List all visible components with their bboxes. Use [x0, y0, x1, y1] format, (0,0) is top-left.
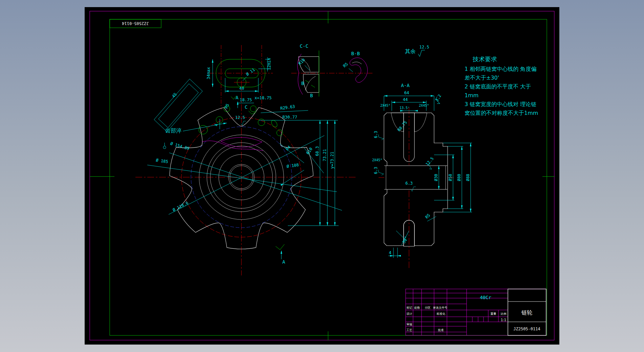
dim-d1286: Ø 128.6: [172, 201, 189, 212]
dim-34max: 34max: [206, 67, 211, 79]
roughness-prefix: 其余: [405, 48, 416, 55]
tech-line: 3 链窝宽度的中心线对 理论链: [465, 101, 536, 107]
label-chushu: 处数: [414, 306, 421, 309]
rough-63: 6.3: [373, 131, 378, 138]
dia-leader-1286: [169, 136, 324, 214]
dim-y7321: y=73.21: [330, 152, 335, 169]
leader: [279, 143, 304, 163]
label-gaiwenjian: 更改文件号: [433, 306, 448, 309]
tech-line: 1mm: [465, 92, 478, 99]
label-bili: 比例: [501, 312, 507, 315]
label-b: B: [301, 81, 304, 86]
dim-4: 4: [389, 250, 391, 255]
tech-title: 技术要求: [472, 56, 497, 63]
dim-r4: R4: [285, 145, 292, 151]
chain-link-circle: [258, 119, 265, 126]
bb-body: [350, 58, 367, 82]
dim-r5: R5: [424, 213, 431, 220]
dim-x1875: x=18.75: [255, 96, 272, 100]
pit-dia-symbol: [163, 146, 166, 149]
chamfer-right: 2X45°: [419, 104, 429, 107]
label-sheji: 设计: [407, 312, 413, 315]
dim-683: 68.3: [315, 146, 320, 156]
tech-line: 1 相邻两链窝中心线的 角度偏: [465, 66, 536, 72]
dim-r3077: R30.77: [282, 115, 297, 120]
cc-bore-arc: [305, 76, 316, 90]
leader: [261, 110, 308, 113]
dim-d88: Ø88: [466, 174, 470, 181]
leader: [349, 68, 353, 72]
dim-44: 44: [403, 97, 408, 102]
label-b: B: [310, 93, 313, 98]
label-c: C: [245, 104, 248, 110]
cad-application-window: JZ2505-0114 34max 12min 40 18.75 x=18.75: [0, 0, 644, 352]
tech-line: 窝位置的不对称度不大于1mm: [465, 110, 538, 116]
label-zhongliang: 重量: [491, 312, 497, 315]
rough-63: 6.3: [373, 167, 378, 174]
dim-r875: R8.75: [396, 120, 408, 132]
section-cc-title: C-C: [300, 43, 308, 49]
tech-line: 差不大于±30': [465, 75, 499, 81]
aa-pocket-wing: [414, 113, 427, 132]
title-block: 40Cr 链轮 JZ2505-0114 1:1 标记 处数 分区 更改文件号 设…: [406, 289, 546, 335]
section-a-label: A: [282, 259, 285, 265]
label-biaozhunhua: 标准化: [436, 312, 445, 315]
chain-link-circle: [250, 106, 256, 112]
detail-view: 34max 12min 40 18.75 x=18.75 Ø 11: [206, 45, 273, 109]
arrow-mark: [311, 85, 315, 87]
main-view: 45 齿部淬 Ø 185 Ø 154.89 Ø 128.6 Ø 108 R29.…: [135, 45, 357, 275]
dim-d30: Ø30: [434, 174, 438, 181]
dim-135: 13.5⁺: [400, 106, 410, 110]
dia-leader-108: [284, 170, 304, 183]
chamfer-left: 2X45°: [380, 104, 390, 107]
dim-d58: Ø58: [448, 174, 453, 181]
dim-d185: Ø 185: [156, 158, 169, 164]
dia-leader-15489: [169, 153, 342, 210]
scale-value: 1:1: [501, 318, 506, 322]
quench-note: 齿部淬: [165, 127, 181, 134]
dim-d108: Ø 108: [286, 163, 299, 169]
rough-63-bore: 6.3: [405, 181, 413, 186]
dim-r2963: R29.63: [280, 104, 295, 111]
chain-link-circle: [216, 117, 223, 123]
bb-arc: [352, 62, 362, 64]
rough-125: 12.5: [235, 115, 245, 120]
section-a-mark: [276, 244, 284, 250]
dim-d80: Ø80: [457, 174, 461, 181]
section-a-label: A: [236, 95, 239, 100]
roughness-value: 12.5: [420, 45, 429, 49]
chain-link-ellipse: [270, 119, 278, 128]
rough-32: 3.2: [434, 94, 442, 102]
drawing-sheet: JZ2505-0114 34max 12min 40 18.75 x=18.75: [85, 7, 559, 345]
dim-r10: R10: [305, 147, 314, 156]
label-biaoji: 标记: [407, 306, 413, 309]
tech-line: 2 链窝底面的不平度不 大于: [465, 83, 531, 90]
tech-requirements: 技术要求 1 相邻两链窝中心线的 角度偏 差不大于±30' 2 链窝底面的不平度…: [465, 56, 538, 116]
section-bb-title: B-B: [351, 51, 360, 56]
detail-callout-box: [154, 79, 202, 132]
arrow-mark: [305, 80, 309, 83]
part-name: 链轮: [521, 309, 532, 316]
label-pizhun: 批准: [438, 328, 444, 332]
leader: [243, 77, 246, 81]
doc-number-rotated: JZ2505-0114: [122, 21, 149, 26]
section-cc: C-C R10 B B: [291, 43, 372, 98]
dim-7321: 73.21: [322, 149, 327, 161]
section-aa-title: A-A: [401, 83, 410, 88]
dim-12min: 12min: [267, 58, 272, 70]
section-aa: A-A 64 44 2X45° 2X45° 13.5⁺: [372, 83, 472, 268]
leader: [183, 123, 227, 131]
label-gongyi: 工艺: [406, 328, 413, 332]
section-bb: B-B R5: [342, 51, 367, 82]
dim-40: 40: [239, 86, 244, 91]
material: 40Cr: [480, 295, 491, 300]
dim-64: 64: [404, 90, 409, 95]
rough-125: 12.5: [425, 156, 434, 167]
chamfer-mid: 2X45°: [372, 158, 382, 162]
dim-4: 4: [214, 124, 219, 126]
label-fenqu: 分区: [425, 306, 431, 309]
drawing-number: JZ2505-0114: [513, 327, 540, 331]
dim-d15489: Ø 154.89: [170, 141, 190, 151]
label-shenhe: 审核: [407, 323, 413, 326]
cad-canvas[interactable]: JZ2505-0114 34max 12min 40 18.75 x=18.75: [85, 7, 559, 345]
